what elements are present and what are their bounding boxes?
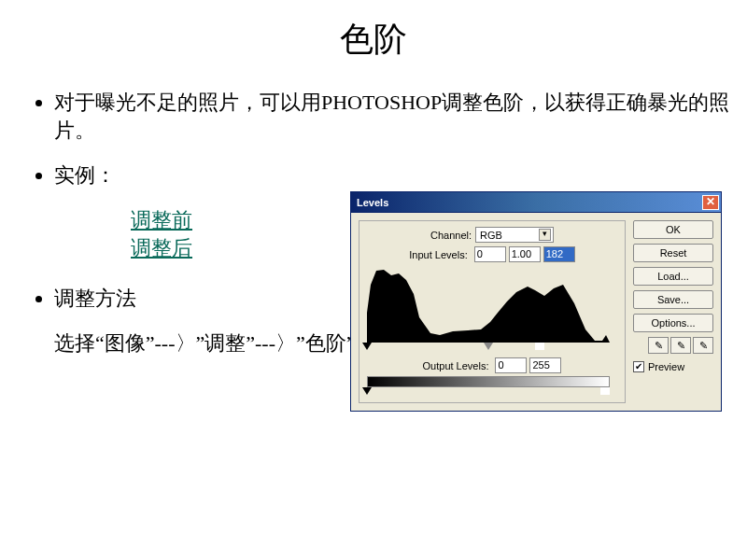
ok-button[interactable]: OK: [633, 220, 713, 239]
histogram: [367, 266, 610, 343]
slider-white-icon[interactable]: [535, 343, 544, 350]
input-levels-label: Input Levels:: [409, 249, 467, 260]
input-slider[interactable]: [367, 343, 610, 350]
gray-eyedropper-icon[interactable]: ✎: [670, 337, 691, 354]
preview-label: Preview: [648, 361, 684, 372]
input-level-mid[interactable]: 1.00: [509, 246, 541, 262]
output-gradient[interactable]: [367, 376, 610, 387]
input-level-high[interactable]: 182: [543, 246, 575, 262]
dialog-titlebar[interactable]: Levels ✕: [350, 191, 722, 212]
input-level-low[interactable]: 0: [474, 246, 506, 262]
white-eyedropper-icon[interactable]: ✎: [693, 337, 713, 354]
output-levels-label: Output Levels:: [423, 360, 489, 371]
dialog-title: Levels: [357, 197, 702, 208]
options-button[interactable]: Options...: [633, 314, 713, 332]
out-slider-white-icon[interactable]: [600, 387, 610, 395]
chevron-down-icon[interactable]: ▾: [539, 229, 551, 241]
slide-title: 色阶: [0, 0, 747, 63]
out-slider-black-icon[interactable]: [362, 387, 372, 395]
bullet-example-label: 实例：: [54, 161, 747, 189]
slider-black-icon[interactable]: [362, 343, 372, 350]
channel-label: Channel:: [430, 230, 472, 241]
histogram-svg: [367, 266, 610, 343]
slider-gray-icon[interactable]: [484, 343, 493, 350]
bullet-intro: 对于曝光不足的照片，可以用PHOTOSHOP调整色阶，以获得正确暴光的照片。: [54, 89, 747, 145]
preview-checkbox[interactable]: ✔: [633, 361, 644, 372]
link-before[interactable]: 调整前: [131, 208, 192, 231]
output-level-low[interactable]: 0: [495, 357, 527, 373]
load-button[interactable]: Load...: [633, 267, 713, 286]
black-eyedropper-icon[interactable]: ✎: [648, 337, 669, 354]
save-button[interactable]: Save...: [633, 290, 713, 309]
channel-select[interactable]: RGB ▾: [475, 227, 554, 243]
link-after[interactable]: 调整后: [131, 236, 192, 259]
output-slider[interactable]: [367, 387, 610, 395]
channel-value: RGB: [480, 230, 502, 241]
output-level-high[interactable]: 255: [529, 357, 561, 373]
levels-dialog: Levels ✕ Channel: RGB ▾ Input Levels: 0 …: [350, 191, 722, 412]
close-button[interactable]: ✕: [702, 195, 719, 210]
reset-button[interactable]: Reset: [633, 244, 713, 262]
